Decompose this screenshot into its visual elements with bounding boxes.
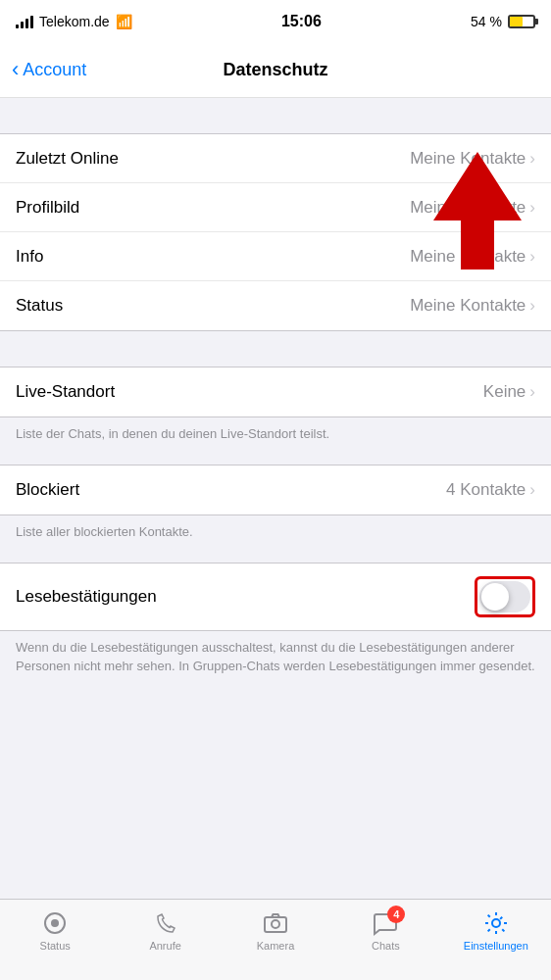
- status-left: Telekom.de 📶: [16, 14, 132, 29]
- tab-chats[interactable]: 4 Chats: [330, 907, 440, 952]
- live-standort-value: Keine: [483, 382, 526, 402]
- status-chevron-icon: ›: [529, 296, 535, 316]
- profilbild-value-group: Meine Kontakte ›: [410, 198, 535, 218]
- profilbild-chevron-icon: ›: [529, 198, 535, 218]
- spacer-3: [0, 457, 551, 465]
- back-chevron-icon: ‹: [12, 59, 19, 80]
- battery-icon: [508, 15, 535, 28]
- toggle-thumb: [481, 583, 509, 611]
- wifi-icon: 📶: [116, 14, 132, 29]
- profilbild-row[interactable]: Profilbild Meine Kontakte ›: [0, 183, 551, 232]
- tab-anrufe-label: Anrufe: [149, 940, 180, 952]
- back-label: Account: [23, 60, 86, 80]
- tab-kamera[interactable]: Kamera: [221, 907, 330, 952]
- info-value-group: Meine Kontakte ›: [410, 247, 535, 267]
- zuletzt-online-row[interactable]: Zuletzt Online Meine Kontakte ›: [0, 134, 551, 183]
- tab-status-label: Status: [40, 940, 71, 952]
- settings-tab-icon: [482, 909, 510, 937]
- lesebestatigungen-label: Lesebestätigungen: [16, 587, 157, 607]
- live-standort-label: Live-Standort: [16, 382, 115, 402]
- calls-tab-icon: [152, 909, 179, 937]
- top-spacer: [0, 98, 551, 133]
- zuletzt-online-label: Zuletzt Online: [16, 149, 119, 169]
- spacer-4: [0, 555, 551, 563]
- status-value-group: Meine Kontakte ›: [410, 296, 535, 316]
- blockiert-section: Blockiert 4 Kontakte ›: [0, 465, 551, 515]
- chats-badge: 4: [387, 906, 405, 923]
- lesebestatigungen-row: Lesebestätigungen: [0, 564, 551, 630]
- tab-bar: Status Anrufe Kamera 4 Chats: [0, 899, 551, 980]
- time-display: 15:06: [281, 13, 322, 30]
- live-standort-section: Live-Standort Keine ›: [0, 367, 551, 417]
- profilbild-value: Meine Kontakte: [410, 198, 526, 218]
- tab-einstellungen-label: Einstellungen: [464, 940, 528, 952]
- live-standort-footer: Liste der Chats, in denen du deinen Live…: [0, 417, 551, 457]
- blockiert-value-group: 4 Kontakte ›: [446, 480, 535, 500]
- tab-chats-label: Chats: [372, 940, 400, 952]
- tab-kamera-label: Kamera: [257, 940, 295, 952]
- blockiert-value: 4 Kontakte: [446, 480, 526, 500]
- svg-point-2: [51, 919, 59, 927]
- svg-point-5: [492, 919, 500, 927]
- info-chevron-icon: ›: [529, 247, 535, 267]
- carrier-label: Telekom.de: [39, 14, 110, 29]
- status-tab-icon: [41, 909, 69, 937]
- signal-icon: [16, 15, 33, 28]
- tab-anrufe[interactable]: Anrufe: [110, 907, 220, 952]
- blockiert-chevron-icon: ›: [529, 480, 535, 500]
- toggle-track: [479, 581, 530, 612]
- tab-status[interactable]: Status: [0, 907, 110, 952]
- back-button[interactable]: ‹ Account: [12, 60, 86, 80]
- tab-einstellungen[interactable]: Einstellungen: [441, 907, 551, 952]
- page-title: Datenschutz: [223, 60, 327, 80]
- zuletzt-online-value: Meine Kontakte: [410, 149, 526, 169]
- status-value: Meine Kontakte: [410, 296, 526, 316]
- camera-tab-icon: [262, 909, 289, 937]
- blockiert-label: Blockiert: [16, 480, 79, 500]
- blockiert-footer: Liste aller blockierten Kontakte.: [0, 515, 551, 555]
- status-right: 54 %: [471, 14, 535, 29]
- status-bar: Telekom.de 📶 15:06 54 %: [0, 0, 551, 43]
- blockiert-row[interactable]: Blockiert 4 Kontakte ›: [0, 466, 551, 514]
- visibility-section: Zuletzt Online Meine Kontakte › Profilbi…: [0, 133, 551, 331]
- live-standort-chevron-icon: ›: [529, 382, 535, 402]
- battery-percentage: 54 %: [471, 14, 502, 29]
- lesebestatigungen-section: Lesebestätigungen: [0, 563, 551, 631]
- spacer-2: [0, 331, 551, 367]
- nav-bar: ‹ Account Datenschutz: [0, 43, 551, 98]
- lesebestatigungen-footer: Wenn du die Lesebestätigungen ausschalte…: [0, 631, 551, 688]
- info-label: Info: [16, 247, 43, 267]
- status-label: Status: [16, 296, 63, 316]
- profilbild-label: Profilbild: [16, 198, 79, 218]
- info-row[interactable]: Info Meine Kontakte ›: [0, 232, 551, 281]
- svg-point-4: [272, 920, 279, 928]
- lesebestatigungen-toggle[interactable]: [479, 581, 530, 612]
- live-standort-value-group: Keine ›: [483, 382, 535, 402]
- zuletzt-online-chevron-icon: ›: [529, 149, 535, 169]
- chats-tab-icon: 4: [372, 909, 399, 937]
- live-standort-row[interactable]: Live-Standort Keine ›: [0, 368, 551, 416]
- info-value: Meine Kontakte: [410, 247, 526, 267]
- status-row[interactable]: Status Meine Kontakte ›: [0, 281, 551, 330]
- toggle-highlight-box: [475, 576, 535, 617]
- zuletzt-online-value-group: Meine Kontakte ›: [410, 149, 535, 169]
